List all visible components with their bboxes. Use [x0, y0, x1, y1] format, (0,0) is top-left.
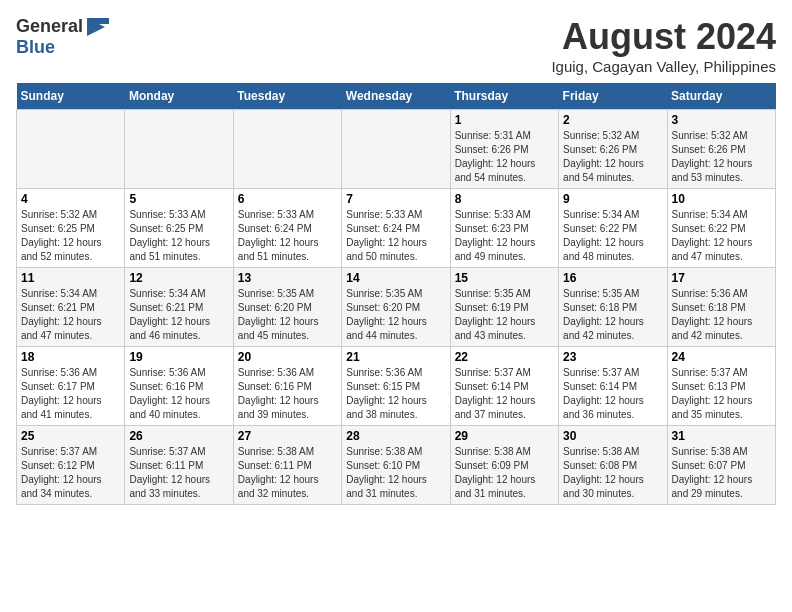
day-number: 31 — [672, 429, 771, 443]
day-number: 28 — [346, 429, 445, 443]
day-number: 26 — [129, 429, 228, 443]
page-header: General Blue August 2024 Iguig, Cagayan … — [16, 16, 776, 75]
day-number: 24 — [672, 350, 771, 364]
table-row: 25Sunrise: 5:37 AM Sunset: 6:12 PM Dayli… — [17, 426, 125, 505]
header-wednesday: Wednesday — [342, 83, 450, 110]
day-content: Sunrise: 5:37 AM Sunset: 6:14 PM Dayligh… — [455, 366, 554, 422]
table-row: 26Sunrise: 5:37 AM Sunset: 6:11 PM Dayli… — [125, 426, 233, 505]
day-content: Sunrise: 5:38 AM Sunset: 6:10 PM Dayligh… — [346, 445, 445, 501]
table-row: 28Sunrise: 5:38 AM Sunset: 6:10 PM Dayli… — [342, 426, 450, 505]
day-number: 21 — [346, 350, 445, 364]
day-number: 9 — [563, 192, 662, 206]
day-number: 29 — [455, 429, 554, 443]
day-number: 13 — [238, 271, 337, 285]
day-content: Sunrise: 5:36 AM Sunset: 6:17 PM Dayligh… — [21, 366, 120, 422]
table-row — [342, 110, 450, 189]
header-tuesday: Tuesday — [233, 83, 341, 110]
table-row: 21Sunrise: 5:36 AM Sunset: 6:15 PM Dayli… — [342, 347, 450, 426]
day-content: Sunrise: 5:35 AM Sunset: 6:19 PM Dayligh… — [455, 287, 554, 343]
table-row: 31Sunrise: 5:38 AM Sunset: 6:07 PM Dayli… — [667, 426, 775, 505]
day-content: Sunrise: 5:38 AM Sunset: 6:08 PM Dayligh… — [563, 445, 662, 501]
table-row: 2Sunrise: 5:32 AM Sunset: 6:26 PM Daylig… — [559, 110, 667, 189]
day-content: Sunrise: 5:36 AM Sunset: 6:16 PM Dayligh… — [129, 366, 228, 422]
location-text: Iguig, Cagayan Valley, Philippines — [551, 58, 776, 75]
table-row: 13Sunrise: 5:35 AM Sunset: 6:20 PM Dayli… — [233, 268, 341, 347]
table-row: 3Sunrise: 5:32 AM Sunset: 6:26 PM Daylig… — [667, 110, 775, 189]
day-content: Sunrise: 5:34 AM Sunset: 6:21 PM Dayligh… — [129, 287, 228, 343]
day-number: 3 — [672, 113, 771, 127]
header-friday: Friday — [559, 83, 667, 110]
calendar-table: Sunday Monday Tuesday Wednesday Thursday… — [16, 83, 776, 505]
day-number: 20 — [238, 350, 337, 364]
day-number: 11 — [21, 271, 120, 285]
day-content: Sunrise: 5:36 AM Sunset: 6:15 PM Dayligh… — [346, 366, 445, 422]
calendar-week-row: 25Sunrise: 5:37 AM Sunset: 6:12 PM Dayli… — [17, 426, 776, 505]
day-number: 6 — [238, 192, 337, 206]
day-content: Sunrise: 5:32 AM Sunset: 6:25 PM Dayligh… — [21, 208, 120, 264]
title-section: August 2024 Iguig, Cagayan Valley, Phili… — [551, 16, 776, 75]
day-content: Sunrise: 5:38 AM Sunset: 6:09 PM Dayligh… — [455, 445, 554, 501]
table-row: 14Sunrise: 5:35 AM Sunset: 6:20 PM Dayli… — [342, 268, 450, 347]
day-number: 17 — [672, 271, 771, 285]
day-number: 25 — [21, 429, 120, 443]
header-sunday: Sunday — [17, 83, 125, 110]
table-row: 17Sunrise: 5:36 AM Sunset: 6:18 PM Dayli… — [667, 268, 775, 347]
table-row: 19Sunrise: 5:36 AM Sunset: 6:16 PM Dayli… — [125, 347, 233, 426]
table-row — [233, 110, 341, 189]
day-content: Sunrise: 5:36 AM Sunset: 6:16 PM Dayligh… — [238, 366, 337, 422]
logo-blue-text: Blue — [16, 37, 55, 57]
table-row: 15Sunrise: 5:35 AM Sunset: 6:19 PM Dayli… — [450, 268, 558, 347]
day-number: 30 — [563, 429, 662, 443]
calendar-week-row: 4Sunrise: 5:32 AM Sunset: 6:25 PM Daylig… — [17, 189, 776, 268]
day-content: Sunrise: 5:36 AM Sunset: 6:18 PM Dayligh… — [672, 287, 771, 343]
table-row: 30Sunrise: 5:38 AM Sunset: 6:08 PM Dayli… — [559, 426, 667, 505]
day-content: Sunrise: 5:38 AM Sunset: 6:07 PM Dayligh… — [672, 445, 771, 501]
table-row: 16Sunrise: 5:35 AM Sunset: 6:18 PM Dayli… — [559, 268, 667, 347]
day-number: 18 — [21, 350, 120, 364]
day-number: 23 — [563, 350, 662, 364]
day-content: Sunrise: 5:37 AM Sunset: 6:12 PM Dayligh… — [21, 445, 120, 501]
table-row: 18Sunrise: 5:36 AM Sunset: 6:17 PM Dayli… — [17, 347, 125, 426]
day-content: Sunrise: 5:33 AM Sunset: 6:25 PM Dayligh… — [129, 208, 228, 264]
day-number: 16 — [563, 271, 662, 285]
table-row: 5Sunrise: 5:33 AM Sunset: 6:25 PM Daylig… — [125, 189, 233, 268]
calendar-week-row: 1Sunrise: 5:31 AM Sunset: 6:26 PM Daylig… — [17, 110, 776, 189]
day-content: Sunrise: 5:35 AM Sunset: 6:20 PM Dayligh… — [238, 287, 337, 343]
table-row: 6Sunrise: 5:33 AM Sunset: 6:24 PM Daylig… — [233, 189, 341, 268]
day-content: Sunrise: 5:33 AM Sunset: 6:24 PM Dayligh… — [238, 208, 337, 264]
day-number: 22 — [455, 350, 554, 364]
day-content: Sunrise: 5:37 AM Sunset: 6:14 PM Dayligh… — [563, 366, 662, 422]
calendar-header-row: Sunday Monday Tuesday Wednesday Thursday… — [17, 83, 776, 110]
day-number: 27 — [238, 429, 337, 443]
table-row: 9Sunrise: 5:34 AM Sunset: 6:22 PM Daylig… — [559, 189, 667, 268]
day-content: Sunrise: 5:33 AM Sunset: 6:24 PM Dayligh… — [346, 208, 445, 264]
svg-marker-1 — [87, 18, 109, 24]
day-content: Sunrise: 5:34 AM Sunset: 6:22 PM Dayligh… — [563, 208, 662, 264]
table-row — [125, 110, 233, 189]
day-content: Sunrise: 5:34 AM Sunset: 6:21 PM Dayligh… — [21, 287, 120, 343]
day-content: Sunrise: 5:37 AM Sunset: 6:11 PM Dayligh… — [129, 445, 228, 501]
calendar-week-row: 18Sunrise: 5:36 AM Sunset: 6:17 PM Dayli… — [17, 347, 776, 426]
table-row: 24Sunrise: 5:37 AM Sunset: 6:13 PM Dayli… — [667, 347, 775, 426]
day-content: Sunrise: 5:38 AM Sunset: 6:11 PM Dayligh… — [238, 445, 337, 501]
day-number: 12 — [129, 271, 228, 285]
day-number: 4 — [21, 192, 120, 206]
day-number: 7 — [346, 192, 445, 206]
day-number: 2 — [563, 113, 662, 127]
month-title: August 2024 — [551, 16, 776, 58]
day-number: 14 — [346, 271, 445, 285]
logo: General Blue — [16, 16, 109, 58]
logo-flag-icon — [87, 18, 109, 36]
logo-general-text: General — [16, 16, 83, 37]
table-row: 12Sunrise: 5:34 AM Sunset: 6:21 PM Dayli… — [125, 268, 233, 347]
table-row: 11Sunrise: 5:34 AM Sunset: 6:21 PM Dayli… — [17, 268, 125, 347]
day-number: 19 — [129, 350, 228, 364]
day-content: Sunrise: 5:31 AM Sunset: 6:26 PM Dayligh… — [455, 129, 554, 185]
table-row: 20Sunrise: 5:36 AM Sunset: 6:16 PM Dayli… — [233, 347, 341, 426]
table-row: 7Sunrise: 5:33 AM Sunset: 6:24 PM Daylig… — [342, 189, 450, 268]
day-number: 5 — [129, 192, 228, 206]
table-row: 4Sunrise: 5:32 AM Sunset: 6:25 PM Daylig… — [17, 189, 125, 268]
day-content: Sunrise: 5:33 AM Sunset: 6:23 PM Dayligh… — [455, 208, 554, 264]
table-row: 27Sunrise: 5:38 AM Sunset: 6:11 PM Dayli… — [233, 426, 341, 505]
table-row: 1Sunrise: 5:31 AM Sunset: 6:26 PM Daylig… — [450, 110, 558, 189]
